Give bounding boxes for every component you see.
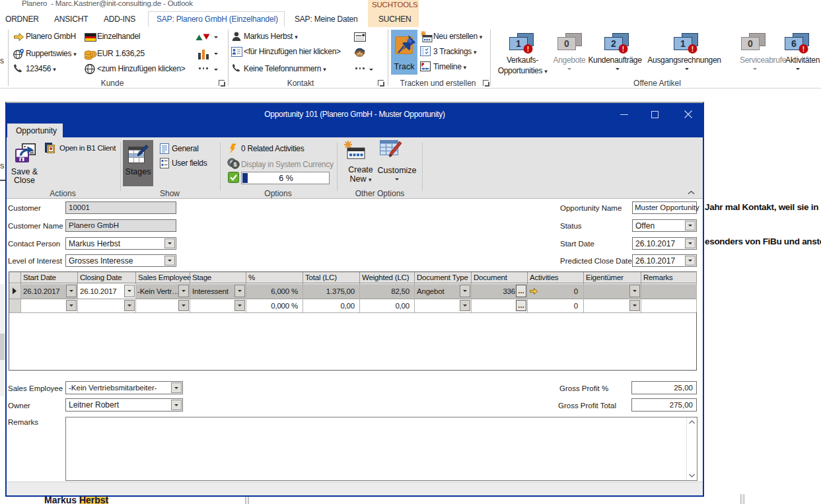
svg-text:6: 6 <box>791 38 797 49</box>
svg-text:!: ! <box>803 46 804 53</box>
svg-text:!: ! <box>622 46 624 53</box>
svg-text:1: 1 <box>516 38 521 49</box>
svg-text:$: $ <box>233 161 236 168</box>
svg-text:0: 0 <box>564 38 569 49</box>
svg-text:!: ! <box>527 46 529 53</box>
svg-text:0: 0 <box>748 38 753 49</box>
svg-text:!: ! <box>692 46 694 53</box>
svg-text:1: 1 <box>680 38 686 49</box>
svg-text:2: 2 <box>611 38 616 49</box>
